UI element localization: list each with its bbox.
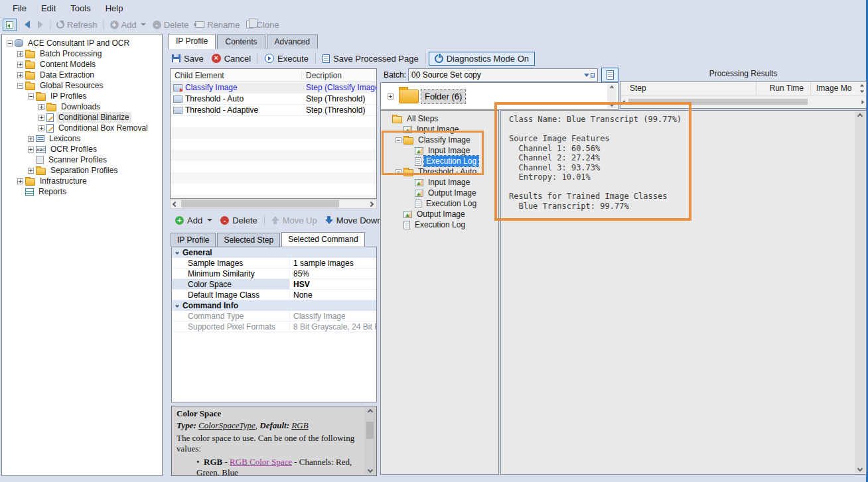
tab-ip-profile[interactable]: IP Profile — [168, 34, 216, 49]
tree-item[interactable]: +Conditional Box Removal — [2, 123, 162, 133]
folder-tree-item[interactable]: Folder (6) — [421, 90, 465, 103]
toggle-navigation-button[interactable] — [3, 19, 17, 31]
scroll-left-icon[interactable] — [622, 100, 626, 104]
help-default-link[interactable]: RGB — [291, 420, 308, 430]
delete-step-button[interactable]: - Delete — [216, 214, 261, 227]
tree-item[interactable]: +Separation Profiles — [2, 165, 162, 176]
chevron-down-icon[interactable] — [175, 304, 179, 308]
scroll-up-icon[interactable] — [367, 409, 372, 414]
expander-icon[interactable]: + — [388, 93, 394, 99]
expander-icon[interactable]: + — [17, 62, 23, 68]
add-button[interactable]: + Add — [107, 19, 149, 31]
menu-edit[interactable]: Edit — [34, 1, 63, 16]
expander-icon[interactable]: − — [7, 40, 13, 46]
expander-icon[interactable]: + — [28, 168, 34, 174]
property-row[interactable]: Minimum Similarity85% — [172, 269, 376, 279]
property-value[interactable]: 8 Bit Grayscale, 24 Bit RGB, 32 B — [290, 322, 376, 331]
scrollbar-thumb[interactable] — [181, 200, 339, 208]
tree-item[interactable]: +Lexicons — [2, 133, 162, 144]
help-type-link[interactable]: ColorSpaceType — [198, 420, 255, 430]
tree-item[interactable]: Execution Log — [381, 219, 498, 230]
tree-item[interactable]: Reports — [2, 186, 162, 197]
column-description[interactable]: Decription — [302, 71, 342, 80]
rename-button[interactable]: Rename — [192, 19, 243, 31]
cancel-button[interactable]: × Cancel — [208, 52, 255, 65]
forward-icon[interactable] — [38, 21, 43, 29]
tree-item[interactable]: Input Image — [381, 124, 498, 135]
scroll-up-icon[interactable] — [857, 113, 863, 119]
filter-dropdown-icon[interactable] — [584, 74, 589, 77]
tree-item[interactable]: +Batch Processing — [2, 48, 162, 59]
column-step[interactable]: Step — [620, 82, 757, 95]
tree-item[interactable]: All Steps — [381, 113, 498, 124]
property-row[interactable]: Command TypeClassify Image — [172, 311, 376, 322]
column-image-mode[interactable]: Image Mo — [811, 84, 859, 93]
expander-icon[interactable]: + — [38, 115, 44, 121]
property-category-row[interactable]: Command Info — [172, 300, 376, 311]
tree-item[interactable]: +Downloads — [2, 101, 162, 112]
expander-icon[interactable]: + — [17, 178, 23, 184]
expander-icon[interactable]: + — [28, 136, 34, 142]
property-value[interactable]: 85% — [290, 269, 376, 278]
tab-ip-profile-detail[interactable]: IP Profile — [171, 233, 216, 247]
scroll-down-icon[interactable] — [860, 89, 864, 93]
execute-button[interactable]: Execute — [261, 52, 313, 65]
tree-item[interactable]: Output Image — [381, 188, 498, 198]
property-value[interactable]: HSV — [290, 280, 376, 289]
processing-results-hscrollbar[interactable] — [620, 95, 866, 108]
scrollbar-thumb[interactable] — [628, 99, 808, 105]
expander-icon[interactable]: + — [38, 125, 44, 131]
tree-item[interactable]: Input Image — [381, 177, 498, 188]
property-value[interactable]: 1 sample images — [290, 259, 376, 268]
bullet-link[interactable]: RGB Color Space — [230, 457, 292, 467]
expander-icon[interactable]: − — [396, 169, 401, 175]
property-row[interactable]: Sample Images1 sample images — [172, 258, 376, 269]
property-row[interactable]: Supported Pixel Formats8 Bit Grayscale, … — [172, 322, 376, 332]
column-child-element[interactable]: Child Element — [171, 71, 302, 80]
tree-item[interactable]: Scanner Profiles — [2, 154, 162, 165]
tab-selected-step[interactable]: Selected Step — [217, 233, 280, 247]
batch-dropdown[interactable]: 00 Source Set copy — [408, 68, 598, 82]
tree-item[interactable]: Execution Log — [381, 198, 498, 209]
chevron-down-icon[interactable] — [175, 251, 179, 255]
property-row[interactable]: Color SpaceHSV — [172, 279, 376, 290]
save-button[interactable]: Save — [168, 52, 208, 65]
tree-item[interactable]: +Content Models — [2, 59, 162, 70]
tree-item[interactable]: +Infrastructure — [2, 176, 162, 186]
back-icon[interactable] — [25, 21, 30, 29]
tree-item[interactable]: +Data Extraction — [2, 70, 162, 80]
document-view-button[interactable] — [601, 68, 618, 82]
refresh-button[interactable]: Refresh — [53, 19, 101, 31]
tree-item[interactable]: −Threshold - Auto — [381, 166, 498, 177]
scroll-down-icon[interactable] — [610, 103, 614, 107]
scroll-up-icon[interactable] — [860, 84, 864, 88]
tree-item[interactable]: −IP Profiles — [2, 91, 162, 101]
diagnostics-mode-button[interactable]: Diagnostics Mode On — [429, 52, 535, 66]
tab-advanced[interactable]: Advanced — [267, 34, 318, 49]
scroll-right-icon[interactable] — [368, 201, 374, 206]
property-row[interactable]: Default Image ClassNone — [172, 290, 376, 300]
scroll-right-icon[interactable] — [860, 100, 864, 104]
tree-item[interactable]: −Global Resources — [2, 80, 162, 91]
scroll-down-icon[interactable] — [857, 466, 863, 471]
save-processed-page-button[interactable]: Save Processed Page — [319, 52, 423, 65]
delete-button[interactable]: - Delete — [149, 19, 192, 31]
menu-file[interactable]: File — [5, 1, 34, 16]
add-step-button[interactable]: + Add — [171, 214, 216, 227]
tree-item[interactable]: +Conditional Binarize — [2, 112, 162, 123]
child-element-row[interactable]: Threshold - AdaptiveStep (Threshold) — [171, 105, 376, 116]
child-element-row[interactable]: Threshold - AutoStep (Threshold) — [171, 93, 376, 105]
property-value[interactable]: None — [290, 290, 376, 300]
tree-item[interactable]: Input Image — [381, 145, 498, 156]
expander-icon[interactable]: + — [17, 51, 23, 57]
help-vscrollbar[interactable] — [364, 407, 376, 475]
property-value[interactable]: Classify Image — [290, 312, 376, 321]
header-vscroll-carets[interactable] — [859, 85, 866, 92]
results-vscrollbar[interactable] — [855, 111, 865, 473]
move-up-button[interactable]: Move Up — [267, 214, 321, 227]
expander-icon[interactable]: − — [396, 137, 401, 143]
menu-help[interactable]: Help — [98, 1, 131, 16]
scroll-down-icon[interactable] — [367, 467, 372, 473]
tree-item[interactable]: Execution Log — [381, 156, 498, 166]
expander-icon[interactable]: + — [17, 72, 23, 78]
